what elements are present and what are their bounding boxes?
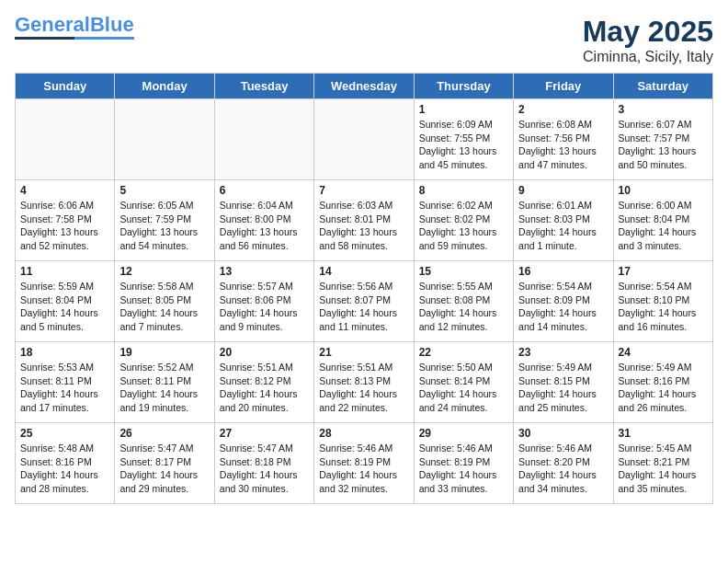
day-number: 17 (619, 265, 708, 278)
day-number: 26 (119, 427, 209, 440)
calendar-cell: 9Sunrise: 6:01 AMSunset: 8:03 PMDaylight… (514, 180, 613, 261)
logo-general: General (15, 13, 90, 36)
calendar-cell: 3Sunrise: 6:07 AMSunset: 7:57 PMDaylight… (613, 99, 712, 180)
calendar-cell: 27Sunrise: 5:47 AMSunset: 8:18 PMDayligh… (214, 423, 313, 504)
calendar-cell: 21Sunrise: 5:51 AMSunset: 8:13 PMDayligh… (314, 342, 414, 423)
cell-info: Sunrise: 6:03 AMSunset: 8:01 PMDaylight:… (319, 199, 408, 253)
calendar-cell: 28Sunrise: 5:46 AMSunset: 8:19 PMDayligh… (314, 423, 414, 504)
calendar-cell (115, 99, 214, 180)
day-number: 16 (518, 265, 608, 278)
cell-info: Sunrise: 6:05 AMSunset: 7:59 PMDaylight:… (119, 199, 209, 253)
calendar-cell (314, 99, 414, 180)
month-title: May 2025 (583, 15, 713, 49)
calendar-cell: 5Sunrise: 6:05 AMSunset: 7:59 PMDaylight… (115, 180, 214, 261)
calendar-cell: 12Sunrise: 5:58 AMSunset: 8:05 PMDayligh… (115, 261, 214, 342)
day-number: 27 (220, 427, 309, 440)
day-number: 19 (119, 346, 209, 359)
day-number: 29 (419, 427, 508, 440)
cell-info: Sunrise: 5:46 AMSunset: 8:19 PMDaylight:… (319, 442, 408, 496)
day-number: 7 (319, 184, 408, 197)
day-number: 23 (518, 346, 608, 359)
cell-info: Sunrise: 5:50 AMSunset: 8:14 PMDaylight:… (419, 361, 508, 415)
cell-info: Sunrise: 6:02 AMSunset: 8:02 PMDaylight:… (419, 199, 508, 253)
cell-info: Sunrise: 6:07 AMSunset: 7:57 PMDaylight:… (619, 118, 708, 172)
calendar-cell: 10Sunrise: 6:00 AMSunset: 8:04 PMDayligh… (613, 180, 712, 261)
calendar-cell: 7Sunrise: 6:03 AMSunset: 8:01 PMDaylight… (314, 180, 414, 261)
calendar-cell: 13Sunrise: 5:57 AMSunset: 8:06 PMDayligh… (214, 261, 313, 342)
week-row-3: 18Sunrise: 5:53 AMSunset: 8:11 PMDayligh… (16, 342, 713, 423)
calendar-cell: 1Sunrise: 6:09 AMSunset: 7:55 PMDaylight… (414, 99, 513, 180)
cell-info: Sunrise: 5:45 AMSunset: 8:21 PMDaylight:… (619, 442, 708, 496)
cell-info: Sunrise: 5:57 AMSunset: 8:06 PMDaylight:… (220, 280, 309, 334)
header-day-monday: Monday (115, 74, 214, 99)
cell-info: Sunrise: 6:00 AMSunset: 8:04 PMDaylight:… (619, 199, 708, 253)
cell-info: Sunrise: 5:49 AMSunset: 8:16 PMDaylight:… (619, 361, 708, 415)
header-day-thursday: Thursday (414, 74, 513, 99)
calendar-cell: 8Sunrise: 6:02 AMSunset: 8:02 PMDaylight… (414, 180, 513, 261)
cell-info: Sunrise: 5:54 AMSunset: 8:09 PMDaylight:… (518, 280, 608, 334)
calendar-cell: 24Sunrise: 5:49 AMSunset: 8:16 PMDayligh… (613, 342, 712, 423)
calendar-cell: 30Sunrise: 5:46 AMSunset: 8:20 PMDayligh… (514, 423, 613, 504)
cell-info: Sunrise: 5:58 AMSunset: 8:05 PMDaylight:… (119, 280, 209, 334)
day-number: 21 (319, 346, 408, 359)
cell-info: Sunrise: 5:55 AMSunset: 8:08 PMDaylight:… (419, 280, 508, 334)
day-number: 10 (619, 184, 708, 197)
calendar-cell: 11Sunrise: 5:59 AMSunset: 8:04 PMDayligh… (16, 261, 115, 342)
cell-info: Sunrise: 5:51 AMSunset: 8:13 PMDaylight:… (319, 361, 408, 415)
day-number: 25 (20, 427, 109, 440)
cell-info: Sunrise: 5:46 AMSunset: 8:20 PMDaylight:… (518, 442, 608, 496)
cell-info: Sunrise: 5:51 AMSunset: 8:12 PMDaylight:… (220, 361, 309, 415)
cell-info: Sunrise: 6:09 AMSunset: 7:55 PMDaylight:… (419, 118, 508, 172)
cell-info: Sunrise: 5:46 AMSunset: 8:19 PMDaylight:… (419, 442, 508, 496)
cell-info: Sunrise: 5:53 AMSunset: 8:11 PMDaylight:… (20, 361, 109, 415)
logo-text: GeneralBlue (15, 15, 134, 35)
cell-info: Sunrise: 5:52 AMSunset: 8:11 PMDaylight:… (119, 361, 209, 415)
day-number: 28 (319, 427, 408, 440)
cell-info: Sunrise: 6:04 AMSunset: 8:00 PMDaylight:… (220, 199, 309, 253)
calendar-cell: 6Sunrise: 6:04 AMSunset: 8:00 PMDaylight… (214, 180, 313, 261)
day-number: 13 (220, 265, 309, 278)
calendar-cell: 26Sunrise: 5:47 AMSunset: 8:17 PMDayligh… (115, 423, 214, 504)
header-row: SundayMondayTuesdayWednesdayThursdayFrid… (16, 74, 713, 99)
day-number: 24 (619, 346, 708, 359)
header-day-friday: Friday (514, 74, 613, 99)
calendar-cell: 19Sunrise: 5:52 AMSunset: 8:11 PMDayligh… (115, 342, 214, 423)
calendar-cell: 23Sunrise: 5:49 AMSunset: 8:15 PMDayligh… (514, 342, 613, 423)
week-row-1: 4Sunrise: 6:06 AMSunset: 7:58 PMDaylight… (16, 180, 713, 261)
week-row-2: 11Sunrise: 5:59 AMSunset: 8:04 PMDayligh… (16, 261, 713, 342)
day-number: 9 (518, 184, 608, 197)
cell-info: Sunrise: 5:49 AMSunset: 8:15 PMDaylight:… (518, 361, 608, 415)
calendar-cell: 4Sunrise: 6:06 AMSunset: 7:58 PMDaylight… (16, 180, 115, 261)
calendar-cell: 25Sunrise: 5:48 AMSunset: 8:16 PMDayligh… (16, 423, 115, 504)
calendar-cell: 17Sunrise: 5:54 AMSunset: 8:10 PMDayligh… (613, 261, 712, 342)
header-day-tuesday: Tuesday (214, 74, 313, 99)
calendar-cell: 18Sunrise: 5:53 AMSunset: 8:11 PMDayligh… (16, 342, 115, 423)
cell-info: Sunrise: 5:48 AMSunset: 8:16 PMDaylight:… (20, 442, 109, 496)
cell-info: Sunrise: 5:56 AMSunset: 8:07 PMDaylight:… (319, 280, 408, 334)
cell-info: Sunrise: 5:59 AMSunset: 8:04 PMDaylight:… (20, 280, 109, 334)
day-number: 12 (119, 265, 209, 278)
day-number: 11 (20, 265, 109, 278)
calendar-cell (16, 99, 115, 180)
calendar-cell (214, 99, 313, 180)
cell-info: Sunrise: 6:08 AMSunset: 7:56 PMDaylight:… (518, 118, 608, 172)
day-number: 30 (518, 427, 608, 440)
week-row-4: 25Sunrise: 5:48 AMSunset: 8:16 PMDayligh… (16, 423, 713, 504)
day-number: 2 (518, 103, 608, 116)
header-day-saturday: Saturday (613, 74, 712, 99)
day-number: 1 (419, 103, 508, 116)
day-number: 15 (419, 265, 508, 278)
header-day-wednesday: Wednesday (314, 74, 414, 99)
calendar-cell: 16Sunrise: 5:54 AMSunset: 8:09 PMDayligh… (514, 261, 613, 342)
day-number: 8 (419, 184, 508, 197)
logo-underline (15, 37, 134, 40)
calendar-cell: 15Sunrise: 5:55 AMSunset: 8:08 PMDayligh… (414, 261, 513, 342)
cell-info: Sunrise: 6:01 AMSunset: 8:03 PMDaylight:… (518, 199, 608, 253)
day-number: 4 (20, 184, 109, 197)
logo-blue: Blue (90, 13, 134, 36)
logo: GeneralBlue (15, 15, 134, 40)
header-day-sunday: Sunday (16, 74, 115, 99)
calendar-table: SundayMondayTuesdayWednesdayThursdayFrid… (15, 73, 713, 504)
calendar-cell: 31Sunrise: 5:45 AMSunset: 8:21 PMDayligh… (613, 423, 712, 504)
day-number: 3 (619, 103, 708, 116)
